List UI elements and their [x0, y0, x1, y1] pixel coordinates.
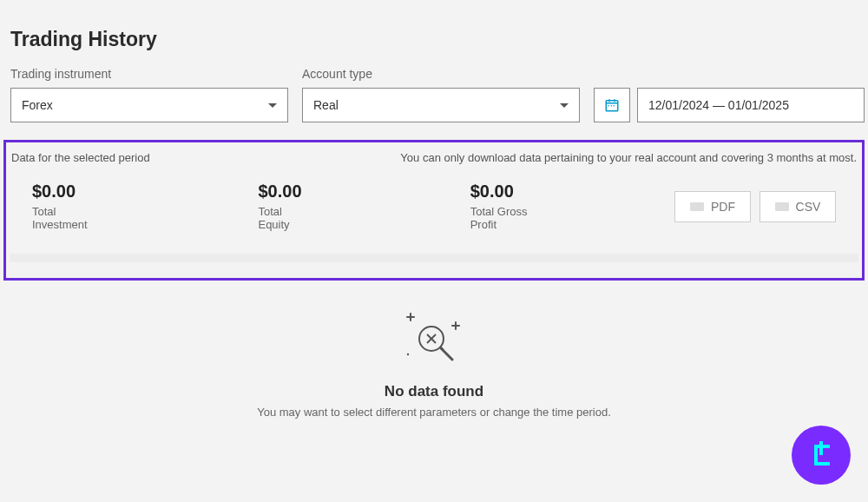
support-fab-button[interactable] — [792, 426, 851, 485]
date-field: 12/01/2024 — 01/01/2025 — [594, 67, 865, 122]
panel-left-note: Data for the selected period — [11, 151, 150, 164]
calendar-icon — [604, 97, 620, 113]
magnifier-no-data-icon — [395, 307, 473, 367]
instrument-value: Forex — [22, 98, 53, 112]
empty-state-description: You may want to select different paramet… — [0, 406, 868, 419]
document-icon — [690, 202, 704, 211]
panel-header: Data for the selected period You can onl… — [6, 142, 862, 173]
account-type-select[interactable]: Real — [302, 88, 580, 122]
export-pdf-label: PDF — [711, 200, 735, 214]
export-csv-button[interactable]: CSV — [760, 191, 836, 222]
total-investment-value: $0.00 — [32, 182, 110, 201]
calendar-button[interactable] — [594, 88, 630, 122]
empty-state-illustration — [0, 307, 868, 367]
total-equity-stat: $0.00 Total Equity — [258, 182, 313, 231]
total-gross-profit-value: $0.00 — [470, 182, 553, 201]
data-summary-panel: Data for the selected period You can onl… — [3, 140, 865, 281]
total-equity-value: $0.00 — [258, 182, 313, 201]
account-value: Real — [313, 98, 339, 112]
account-field: Account type Real — [302, 67, 580, 122]
filters-row: Trading instrument Forex Account type Re… — [0, 67, 868, 140]
instrument-field: Trading instrument Forex — [10, 67, 288, 122]
panel-footer-divider — [10, 254, 858, 262]
empty-state-title: No data found — [0, 383, 868, 400]
export-pdf-button[interactable]: PDF — [674, 191, 751, 222]
total-investment-label: Total Investment — [32, 205, 110, 231]
logo-icon — [804, 438, 838, 472]
date-label-spacer — [594, 67, 865, 81]
date-range-input[interactable]: 12/01/2024 — 01/01/2025 — [637, 88, 865, 122]
document-icon — [775, 202, 789, 211]
date-range-value: 12/01/2024 — 01/01/2025 — [648, 98, 789, 112]
total-equity-label: Total Equity — [258, 205, 313, 231]
svg-point-11 — [407, 353, 409, 355]
empty-state: No data found You may want to select dif… — [0, 281, 868, 419]
instrument-label: Trading instrument — [10, 67, 288, 81]
chevron-down-icon — [560, 103, 569, 108]
total-investment-stat: $0.00 Total Investment — [32, 182, 110, 231]
total-gross-profit-stat: $0.00 Total Gross Profit — [470, 182, 553, 231]
instrument-select[interactable]: Forex — [10, 88, 288, 122]
panel-right-note: You can only download data pertaining to… — [400, 151, 857, 164]
stats-row: $0.00 Total Investment $0.00 Total Equit… — [6, 173, 862, 241]
export-buttons: PDF CSV — [674, 191, 836, 222]
chevron-down-icon — [268, 103, 277, 108]
account-label: Account type — [302, 67, 580, 81]
total-gross-profit-label: Total Gross Profit — [470, 205, 553, 231]
export-csv-label: CSV — [796, 200, 821, 214]
page-title: Trading History — [0, 0, 868, 67]
